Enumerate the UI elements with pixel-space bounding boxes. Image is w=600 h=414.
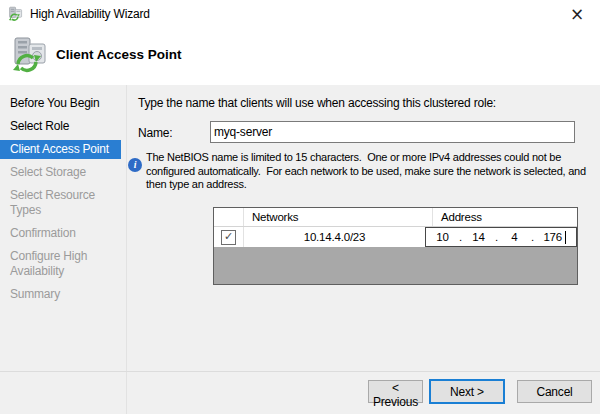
octet-separator: . (495, 231, 498, 243)
prompt-text: Type the name that clients will use when… (138, 96, 588, 110)
window-title: High Availability Wizard (30, 7, 150, 21)
high-availability-wizard-dialog: { "window": { "title": "High Availabilit… (0, 0, 600, 414)
table-row[interactable]: ✓ 10.14.4.0/23 10 . 14 . 4 . 176 (214, 227, 577, 247)
page-title: Client Access Point (56, 47, 182, 62)
step-before-you-begin: Before You Begin (0, 94, 121, 113)
client-access-point-icon (11, 36, 51, 74)
name-label: Name: (138, 126, 172, 140)
networks-table: Networks Address ✓ 10.14.4.0/23 10 . 14 … (213, 207, 578, 285)
octet-separator: . (531, 231, 534, 243)
octet-separator: . (459, 231, 462, 243)
previous-button[interactable]: < Previous (368, 380, 423, 403)
cancel-button[interactable]: Cancel (517, 380, 592, 403)
step-confirmation: Confirmation (0, 224, 121, 243)
address-octet-2[interactable]: 14 (471, 231, 485, 243)
close-icon[interactable]: × (564, 2, 590, 26)
network-checkbox-cell: ✓ (214, 227, 244, 247)
address-octet-4[interactable]: 176 (543, 231, 562, 243)
network-checkbox[interactable]: ✓ (221, 230, 236, 245)
network-name-cell[interactable]: 10.14.4.0/23 (244, 227, 425, 247)
step-configure-high-availability: Configure High Availability (0, 247, 121, 281)
next-button[interactable]: Next > (429, 379, 505, 404)
step-select-role: Select Role (0, 117, 121, 136)
address-octet-3[interactable]: 4 (507, 231, 521, 243)
wizard-steps-sidebar: Before You Begin Select Role Client Acce… (0, 85, 127, 414)
text-caret (565, 231, 566, 244)
wizard-header: Client Access Point (0, 28, 600, 85)
title-bar: High Availability Wizard × (0, 0, 600, 28)
address-column-header: Address (433, 208, 577, 226)
checkbox-column-header (214, 208, 244, 226)
footer-divider (0, 371, 600, 372)
networks-table-header: Networks Address (214, 208, 577, 227)
step-summary: Summary (0, 285, 121, 304)
networks-column-header: Networks (244, 208, 433, 226)
info-message: The NetBIOS name is limited to 15 charac… (146, 151, 598, 192)
step-client-access-point: Client Access Point (0, 140, 121, 159)
step-select-storage: Select Storage (0, 163, 121, 182)
address-input-field[interactable]: 10 . 14 . 4 . 176 (425, 227, 577, 247)
table-empty-area (214, 247, 577, 284)
address-octet-1[interactable]: 10 (435, 231, 449, 243)
info-icon: i (128, 158, 142, 172)
wizard-app-icon (8, 6, 24, 22)
step-select-resource-types: Select Resource Types (0, 186, 121, 220)
name-input[interactable] (210, 121, 575, 143)
